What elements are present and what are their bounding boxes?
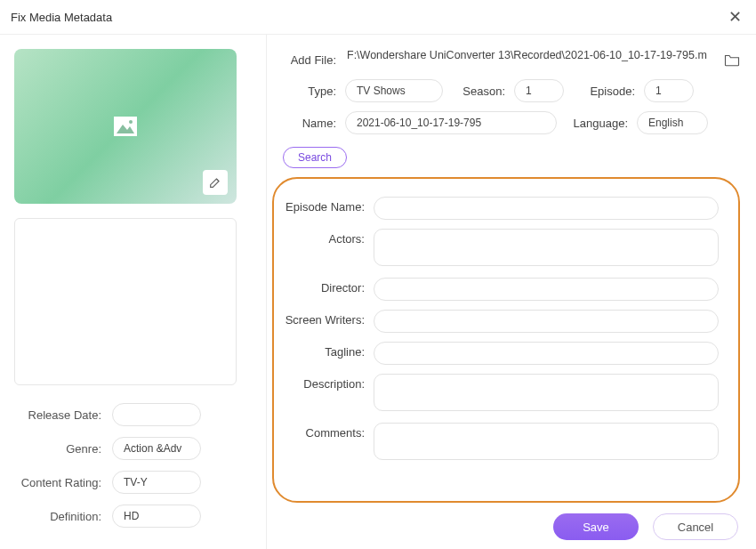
director-label: Director: bbox=[274, 278, 374, 295]
titlebar: Fix Media Metadata ✕ bbox=[0, 0, 756, 35]
language-select[interactable]: English bbox=[637, 111, 708, 134]
episode-name-label: Episode Name: bbox=[274, 197, 374, 214]
image-placeholder-icon bbox=[114, 117, 137, 136]
left-fields: Release Date: Genre: Action &Adv Content… bbox=[14, 403, 252, 538]
search-row: Search bbox=[272, 143, 740, 168]
comments-label: Comments: bbox=[274, 423, 374, 440]
close-icon[interactable]: ✕ bbox=[725, 7, 745, 27]
right-pane: Add File: F:\Wondershare UniConverter 13… bbox=[267, 35, 756, 549]
browse-folder-icon[interactable] bbox=[724, 52, 740, 67]
definition-select[interactable]: HD bbox=[112, 505, 201, 528]
genre-select[interactable]: Action &Adv bbox=[112, 437, 201, 460]
save-button[interactable]: Save bbox=[553, 513, 639, 540]
season-label: Season: bbox=[443, 85, 514, 98]
language-label: Language: bbox=[557, 117, 637, 130]
actors-label: Actors: bbox=[274, 229, 374, 246]
add-file-path: F:\Wondershare UniConverter 13\Recorded\… bbox=[345, 49, 717, 70]
type-select[interactable]: TV Shows bbox=[345, 79, 443, 102]
episode-input[interactable] bbox=[644, 79, 694, 102]
type-label: Type: bbox=[272, 85, 345, 98]
media-thumbnail bbox=[14, 49, 237, 204]
description-input[interactable] bbox=[374, 374, 719, 411]
screen-writers-input[interactable] bbox=[374, 310, 719, 333]
season-input[interactable] bbox=[514, 79, 564, 102]
episode-label: Episode: bbox=[564, 85, 644, 98]
genre-label: Genre: bbox=[14, 442, 112, 456]
release-date-label: Release Date: bbox=[14, 408, 112, 422]
definition-label: Definition: bbox=[14, 510, 112, 523]
director-input[interactable] bbox=[374, 278, 719, 301]
name-input[interactable] bbox=[345, 111, 557, 134]
add-file-label: Add File: bbox=[272, 53, 345, 67]
window-title: Fix Media Metadata bbox=[11, 11, 112, 24]
edit-thumbnail-button[interactable] bbox=[203, 170, 228, 195]
comments-input[interactable] bbox=[374, 423, 719, 460]
tagline-label: Tagline: bbox=[274, 342, 374, 359]
episode-name-input[interactable] bbox=[374, 197, 719, 220]
left-pane: Release Date: Genre: Action &Adv Content… bbox=[0, 35, 267, 549]
actors-input[interactable] bbox=[374, 229, 719, 266]
name-label: Name: bbox=[272, 117, 345, 130]
description-label: Description: bbox=[274, 374, 374, 391]
footer-buttons: Save Cancel bbox=[272, 503, 740, 540]
content: Release Date: Genre: Action &Adv Content… bbox=[0, 35, 756, 549]
metadata-group: Episode Name: Actors: Director: Screen W… bbox=[272, 177, 740, 503]
content-rating-select[interactable]: TV-Y bbox=[112, 471, 201, 494]
row-add-file: Add File: F:\Wondershare UniConverter 13… bbox=[272, 49, 740, 70]
search-button[interactable]: Search bbox=[283, 147, 347, 168]
svg-point-2 bbox=[129, 120, 133, 124]
content-rating-label: Content Rating: bbox=[14, 476, 112, 489]
row-name: Name: Language: English bbox=[272, 111, 740, 134]
cancel-button[interactable]: Cancel bbox=[653, 513, 738, 540]
preview-box bbox=[14, 218, 237, 385]
screen-writers-label: Screen Writers: bbox=[274, 310, 374, 327]
row-type: Type: TV Shows Season: Episode: bbox=[272, 79, 740, 102]
tagline-input[interactable] bbox=[374, 342, 719, 365]
release-date-input[interactable] bbox=[112, 403, 201, 426]
